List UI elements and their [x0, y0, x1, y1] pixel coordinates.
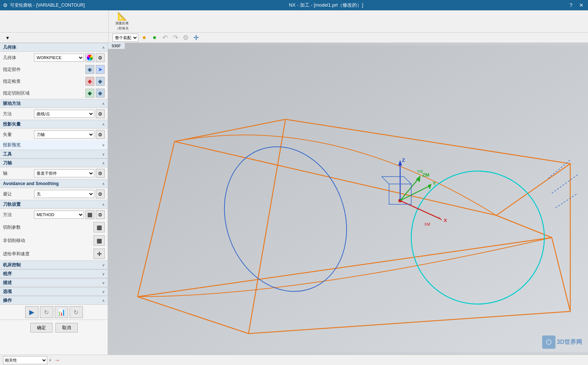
- confirm-btn[interactable]: 确定: [30, 323, 53, 332]
- cutting-params-btn[interactable]: ▦: [94, 222, 105, 232]
- svg-text:Z: Z: [402, 157, 405, 163]
- cutting-params-row: 切削参数 ▦: [0, 221, 108, 234]
- feed-rate-row: 进给率和速度 ✛: [0, 247, 108, 260]
- title-bar-center: NX - 加工 - [model1.prt（修改的）]: [289, 2, 363, 8]
- toolpath-method-settings-icon: ⚙: [98, 212, 102, 218]
- section-machinecontrol-label: 机床控制: [3, 262, 21, 268]
- feed-rate-btn[interactable]: ✛: [94, 249, 105, 259]
- drive-method-select[interactable]: 曲线/点: [34, 110, 94, 118]
- part-btn2[interactable]: ➤: [96, 65, 105, 74]
- cut-row: 指定切削区域 ◆ ◆: [0, 87, 108, 99]
- op-icon1: ▶: [29, 308, 34, 316]
- section-machinecontrol-arrow: ∨: [102, 263, 105, 267]
- status-bar: 相关性 ∨ →: [0, 355, 588, 365]
- non-cutting-btn[interactable]: ▦: [94, 235, 105, 246]
- check-btn1[interactable]: ◆: [85, 77, 94, 86]
- geometry-color-icon: [87, 55, 93, 61]
- measure-sublabel: （即将关: [115, 26, 129, 31]
- geometry-settings-btn[interactable]: ⚙: [96, 53, 105, 62]
- toolpath-method-settings-btn[interactable]: ⚙: [96, 210, 105, 219]
- help-btn[interactable]: ?: [567, 1, 575, 9]
- section-program-header[interactable]: 程序 ∨: [0, 269, 108, 278]
- op-btn4[interactable]: ↻: [70, 306, 83, 318]
- tb2-btn3[interactable]: ↶: [160, 34, 169, 42]
- measure-label: 测量距离: [115, 22, 129, 25]
- section-avoidance-arrow: ∧: [102, 182, 105, 186]
- cut-icon2: ◆: [98, 90, 102, 96]
- drive-method-settings-btn[interactable]: ⚙: [96, 109, 105, 118]
- cutting-params-icon: ▦: [97, 224, 102, 231]
- section-proj-label: 投影矢量: [3, 121, 21, 127]
- toolpath-method-grid-btn[interactable]: ▦: [85, 210, 94, 219]
- section-options-header[interactable]: 选项 ∨: [0, 287, 108, 296]
- section-toolaxis-arrow: ∧: [102, 161, 105, 165]
- section-geometry-header[interactable]: 几何体 ∧: [0, 43, 108, 52]
- op-btn2[interactable]: ↻: [40, 306, 53, 318]
- tb2-btn6[interactable]: ✛: [192, 34, 200, 42]
- vector-settings-btn[interactable]: ⚙: [96, 130, 105, 139]
- close-btn[interactable]: ✕: [578, 1, 585, 9]
- non-cutting-label: 非切削移动: [3, 238, 40, 244]
- avoid-select[interactable]: 无: [34, 190, 94, 198]
- tb2-btn2[interactable]: ●: [150, 34, 159, 42]
- section-options-label: 选项: [3, 289, 12, 295]
- section-toolpath-label: 刀轨设置: [3, 201, 21, 208]
- section-operations-header[interactable]: 操作 ∧: [0, 296, 108, 305]
- cut-btn2[interactable]: ◆: [96, 89, 105, 98]
- section-toolaxis-header[interactable]: 刀轴 ∧: [0, 158, 108, 167]
- cut-btn1[interactable]: ◆: [85, 89, 94, 98]
- watermark-text: 3D世界网: [557, 338, 582, 346]
- section-drive-header[interactable]: 驱动方法 ∧: [0, 99, 108, 108]
- assembly-select[interactable]: 整个装配: [112, 34, 138, 42]
- cut-icon1: ◆: [88, 90, 92, 96]
- avoid-settings-icon: ⚙: [98, 191, 102, 197]
- toolpath-method-select[interactable]: METHOD: [34, 211, 84, 219]
- section-toolaxis-label: 刀轴: [3, 160, 12, 166]
- app-title: 可变轮廓铣 - [VARIABLE_CONTOUR]: [10, 2, 85, 8]
- section-description-label: 描述: [3, 280, 12, 286]
- axis-select[interactable]: 垂直于部件: [34, 169, 94, 177]
- toolbar2-left-btn1[interactable]: ▾: [3, 34, 12, 42]
- section-proj-header[interactable]: 投影矢量 ∧: [0, 120, 108, 129]
- section-program-arrow: ∨: [102, 272, 105, 276]
- status-dropdown[interactable]: 相关性: [3, 356, 47, 364]
- measure-distance-btn[interactable]: 📐 测量距离 （即将关: [112, 11, 132, 31]
- main-area: 几何体 ∧ 几何体 WORKPIECE ⚙ 指定部件 ◆: [0, 43, 588, 355]
- vector-settings-icon: ⚙: [98, 132, 102, 137]
- op-btn1[interactable]: ▶: [25, 306, 38, 318]
- axis-label: 轴: [3, 170, 33, 177]
- toolpath-method-row: 方法 METHOD ▦ ⚙: [0, 209, 108, 221]
- app-icon: ⚙: [3, 2, 8, 8]
- axis-settings-btn[interactable]: ⚙: [96, 169, 105, 178]
- svg-text:ZM: ZM: [422, 172, 429, 178]
- tb2-btn4[interactable]: ↷: [171, 34, 180, 42]
- section-toolpath-header[interactable]: 刀轨设置 ∧: [0, 200, 108, 209]
- cancel-btn[interactable]: 取消: [55, 323, 78, 332]
- drive-method-settings-icon: ⚙: [98, 111, 102, 117]
- tb2-btn5[interactable]: ⚙: [181, 34, 190, 42]
- non-cutting-row: 非切削移动 ▦: [0, 234, 108, 247]
- section-tool-header[interactable]: 工具 ∨: [0, 150, 108, 158]
- avoid-settings-btn[interactable]: ⚙: [96, 190, 105, 198]
- op-btn3[interactable]: 📊: [55, 306, 68, 318]
- status-arrow: ∨: [49, 358, 51, 362]
- tb2-btn1[interactable]: ●: [140, 34, 149, 42]
- section-avoidance-header[interactable]: Avoidance and Smoothing ∧: [0, 179, 108, 188]
- section-description-header[interactable]: 描述 ∨: [0, 278, 108, 287]
- op-icon4: ↻: [74, 309, 78, 316]
- viewport-tab[interactable]: 936F: [108, 43, 125, 49]
- viewport-svg: Z ZM Y YM X XM: [108, 43, 588, 355]
- section-machinecontrol-header[interactable]: 机床控制 ∨: [0, 260, 108, 269]
- preview-arrow: ∨: [102, 143, 105, 147]
- bottom-buttons: 确定 取消: [0, 320, 108, 335]
- preview-row[interactable]: 投影预览 ∨: [0, 140, 108, 150]
- preview-label: 投影预览: [3, 142, 21, 148]
- vector-row: 矢量 刀轴 ⚙: [0, 129, 108, 140]
- section-options-arrow: ∨: [102, 290, 105, 294]
- vector-select[interactable]: 刀轴: [34, 130, 94, 139]
- geometry-select[interactable]: WORKPIECE: [34, 54, 84, 62]
- check-btn2[interactable]: ◆: [96, 77, 105, 86]
- part-btn1[interactable]: ◆: [85, 65, 94, 74]
- svg-text:YM: YM: [417, 169, 423, 174]
- geometry-color-btn[interactable]: [85, 53, 94, 62]
